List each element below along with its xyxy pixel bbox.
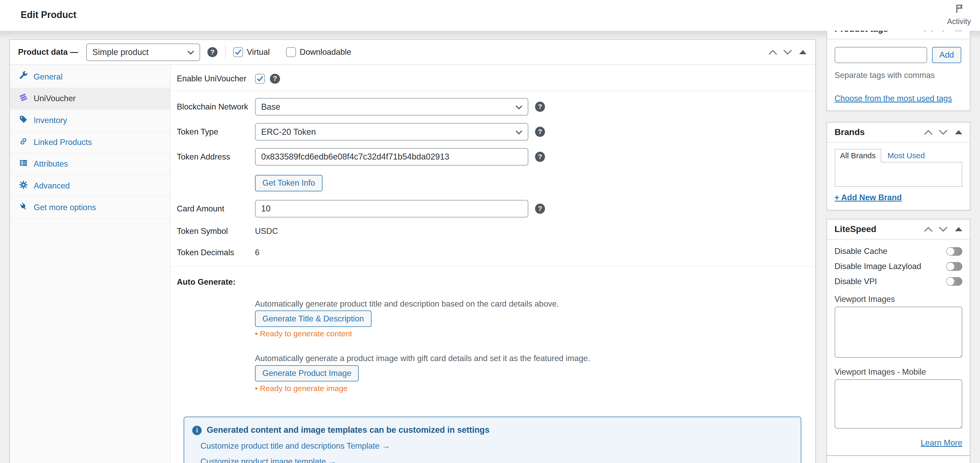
- flag-icon: [954, 6, 964, 16]
- product-data-tabs: General UniVoucher Inventory Linked Prod…: [10, 65, 171, 463]
- new-tag-input[interactable]: [835, 47, 927, 63]
- move-up-icon[interactable]: [768, 50, 777, 58]
- disable-cache-toggle[interactable]: [946, 247, 962, 256]
- disable-lazyload-toggle[interactable]: [946, 262, 962, 271]
- virtual-checkbox[interactable]: [233, 47, 243, 57]
- brands-tabs: All Brands Most Used: [835, 149, 962, 162]
- downloadable-checkbox[interactable]: [286, 47, 296, 57]
- add-tag-button[interactable]: Add: [932, 47, 961, 63]
- token-address-help-icon[interactable]: ?: [535, 152, 545, 162]
- learn-more-link[interactable]: Learn More: [835, 438, 962, 448]
- tab-inventory[interactable]: Inventory: [10, 110, 170, 132]
- blockchain-network-label: Blockchain Network: [177, 102, 255, 112]
- activity-label: Activity: [942, 17, 976, 26]
- move-up-icon[interactable]: [924, 130, 933, 139]
- brands-title: Brands: [835, 127, 926, 137]
- toggle-panel-icon[interactable]: [799, 50, 807, 54]
- customize-title-template-link[interactable]: Customize product title and descriptions…: [200, 441, 791, 451]
- move-down-icon[interactable]: [939, 223, 947, 232]
- move-up-icon[interactable]: [924, 227, 933, 235]
- token-type-select[interactable]: ERC-20 Token: [255, 123, 528, 140]
- add-new-brand-link[interactable]: + Add New Brand: [835, 193, 902, 202]
- product-data-header: Product data — Simple product ? Virtual …: [10, 40, 815, 65]
- generate-image-description: Automatically generate a product image w…: [255, 354, 803, 363]
- disable-lazyload-row: Disable Image Lazyload: [835, 260, 962, 273]
- litespeed-panel: LiteSpeed Disable Cache Disable Image La…: [827, 219, 970, 456]
- choose-most-used-tags-link[interactable]: Choose from the most used tags: [835, 94, 952, 103]
- tab-general[interactable]: General: [10, 66, 170, 88]
- disable-vpi-toggle[interactable]: [946, 277, 962, 286]
- header-divider: [225, 45, 226, 59]
- table-icon: [19, 158, 28, 170]
- card-amount-help-icon[interactable]: ?: [535, 204, 545, 214]
- customize-image-template-link[interactable]: Customize product image template →: [200, 457, 791, 463]
- generate-content-description: Automatically generate product title and…: [255, 299, 803, 309]
- tab-all-brands[interactable]: All Brands: [835, 149, 881, 163]
- tab-label: Linked Products: [33, 138, 92, 147]
- enable-univoucher-checkbox[interactable]: [255, 74, 265, 84]
- section-divider: [171, 91, 815, 91]
- viewport-images-mobile-textarea[interactable]: [835, 379, 962, 429]
- page-title: Edit Product: [21, 10, 76, 20]
- token-decimals-label: Token Decimals: [177, 248, 255, 257]
- tab-attributes[interactable]: Attributes: [10, 153, 170, 175]
- admin-topbar: Edit Product Activity: [0, 0, 980, 31]
- brands-panel: Brands All Brands Most Used + Add New Br…: [827, 122, 970, 211]
- litespeed-title: LiteSpeed: [835, 224, 926, 234]
- disable-vpi-row: Disable VPI: [835, 275, 962, 288]
- tag-icon: [19, 115, 28, 126]
- tab-label: Inventory: [33, 116, 67, 125]
- card-amount-label: Card Amount: [177, 204, 255, 214]
- tab-get-more-options[interactable]: Get more options: [10, 197, 170, 219]
- brands-header: Brands: [827, 123, 970, 143]
- token-address-label: Token Address: [177, 152, 255, 162]
- tab-most-used[interactable]: Most Used: [881, 149, 931, 162]
- token-symbol-value: USDC: [255, 227, 278, 236]
- voucher-icon: [19, 93, 28, 104]
- tab-univoucher[interactable]: UniVoucher: [10, 88, 170, 110]
- product-type-help-icon[interactable]: ?: [207, 47, 217, 57]
- link-icon: [19, 137, 28, 148]
- tab-label: Attributes: [33, 159, 68, 169]
- move-down-icon[interactable]: [939, 126, 947, 135]
- blockchain-network-select[interactable]: Base: [255, 98, 528, 115]
- viewport-images-textarea[interactable]: [835, 307, 962, 358]
- plug-icon: [19, 202, 28, 213]
- downloadable-label: Downloadable: [300, 48, 352, 57]
- disable-lazyload-label: Disable Image Lazyload: [835, 262, 921, 271]
- templates-notice: i Generated content and image templates …: [184, 417, 801, 463]
- token-symbol-label: Token Symbol: [177, 227, 255, 236]
- disable-vpi-label: Disable VPI: [835, 277, 877, 286]
- toggle-panel-icon[interactable]: [955, 130, 962, 134]
- token-type-label: Token Type: [177, 127, 255, 137]
- wp-admin-edit-product-page: Edit Product Activity Product data — Sim…: [0, 0, 980, 463]
- notice-heading: Generated content and image templates ca…: [207, 425, 490, 435]
- blockchain-network-row: Blockchain Network Base ?: [177, 98, 803, 115]
- enable-help-icon[interactable]: ?: [270, 74, 280, 84]
- card-amount-input[interactable]: [255, 200, 528, 217]
- network-help-icon[interactable]: ?: [535, 102, 545, 112]
- generate-title-description-button[interactable]: Generate Title & Description: [255, 310, 371, 327]
- generate-product-image-button[interactable]: Generate Product Image: [255, 365, 359, 382]
- info-icon: i: [192, 426, 202, 435]
- token-address-row: Token Address ?: [177, 148, 803, 166]
- content-status-text: • Ready to generate content: [255, 329, 803, 338]
- enable-univoucher-label: Enable UniVoucher: [177, 74, 255, 83]
- litespeed-header: LiteSpeed: [827, 220, 970, 239]
- brands-list-box[interactable]: [835, 162, 962, 187]
- product-type-select[interactable]: Simple product: [86, 43, 200, 61]
- product-data-panel: Product data — Simple product ? Virtual …: [10, 39, 816, 463]
- token-type-help-icon[interactable]: ?: [535, 127, 545, 137]
- tab-label: UniVoucher: [33, 94, 76, 103]
- get-token-info-button[interactable]: Get Token Info: [255, 175, 323, 191]
- tab-linked-products[interactable]: Linked Products: [10, 132, 170, 153]
- tab-advanced[interactable]: Advanced: [10, 175, 170, 197]
- toggle-panel-icon[interactable]: [955, 227, 962, 231]
- token-address-input[interactable]: [255, 148, 528, 166]
- activity-button[interactable]: Activity: [942, 4, 976, 26]
- virtual-label: Virtual: [247, 48, 270, 57]
- move-down-icon[interactable]: [783, 46, 792, 55]
- image-status-text: • Ready to generate image: [255, 384, 803, 393]
- univoucher-form: Enable UniVoucher ? Blockchain Network B…: [171, 65, 815, 463]
- tab-label: Get more options: [33, 203, 96, 212]
